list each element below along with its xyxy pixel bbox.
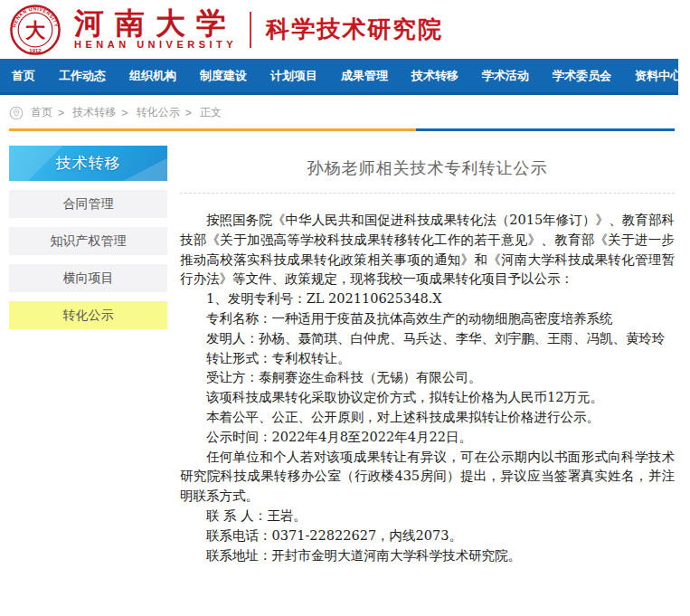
- sidebar-item[interactable]: 横向项目: [9, 264, 167, 292]
- article-paragraph: 本着公平、公正、公开原则，对上述科技成果拟转让价格进行公示。: [180, 408, 675, 428]
- nav-item[interactable]: 技术转移: [400, 59, 470, 92]
- nav-item[interactable]: 学术活动: [470, 59, 541, 92]
- svg-text:1912: 1912: [29, 47, 42, 52]
- breadcrumb-separator: >: [121, 107, 128, 119]
- university-name-cn: 河南大学: [74, 8, 237, 39]
- article-paragraph: 该项科技成果转化采取协议定价方式，拟转让价格为人民币12万元。: [180, 388, 675, 408]
- breadcrumb-item: 正文 >: [200, 105, 222, 120]
- article-paragraph: 任何单位和个人若对该项成果转让有异议，可在公示期内以书面形式向科学技术研究院科技…: [180, 448, 675, 507]
- article-paragraph: 联 系 人：王岩。: [180, 507, 675, 526]
- article-paragraph: 联系地址：开封市金明大道河南大学科学技术研究院。: [180, 546, 675, 566]
- sidebar-item-label: 合同管理: [63, 196, 114, 211]
- nav-item[interactable]: 资料中心: [623, 59, 690, 92]
- article-paragraph: 发明人：孙杨、聂简琪、白仲虎、马兵达、李华、刘宇鹏、王雨、冯凯、黄玲玲: [180, 329, 675, 349]
- article-title: 孙杨老师相关技术专利转让公示: [180, 157, 675, 179]
- breadcrumb: 首页 > 技术转移 > 转化公示 > 正文 >: [0, 95, 678, 128]
- site-header: HENAN UNIVERSITY 大 1912 河南大学 HENAN UNIVE…: [0, 0, 678, 59]
- article-paragraph: 受让方：泰舸赛迩生命科技（无锡）有限公司。: [180, 368, 675, 388]
- sidebar-item-label: 知识产权管理: [51, 233, 127, 248]
- breadcrumb-separator: >: [185, 107, 192, 119]
- article-paragraph: 1、发明专利号：ZL 202110625348.X: [180, 289, 675, 309]
- article-paragraph: 转让形式：专利权转让。: [180, 349, 675, 369]
- rule-orange-segment: [9, 128, 416, 131]
- header-divider: [250, 12, 251, 48]
- svg-text:大: 大: [25, 19, 46, 42]
- nav-item[interactable]: 计划项目: [259, 59, 329, 92]
- sidebar: 技术转移 合同管理 知识产权管理 横向项目: [9, 146, 167, 329]
- nav-item[interactable]: 制度建设: [188, 59, 259, 92]
- article: 孙杨老师相关技术专利转让公示 按照国务院《中华人民共和国促进科技成果转化法（20…: [180, 146, 675, 565]
- nav-item[interactable]: 成果管理: [329, 59, 400, 92]
- nav-item[interactable]: 工作动态: [47, 59, 118, 92]
- breadcrumb-separator: >: [58, 107, 64, 119]
- nav-item[interactable]: 学术委员会: [541, 59, 623, 92]
- article-paragraph: 专利名称：一种适用于疫苗及抗体高效生产的动物细胞高密度培养系统: [180, 309, 675, 329]
- sidebar-item-label: 转化公示: [63, 308, 114, 322]
- sidebar-menu: 合同管理 知识产权管理 横向项目 转化公示: [9, 190, 167, 329]
- department-title: 科学技术研究院: [266, 14, 443, 45]
- breadcrumb-link[interactable]: 技术转移: [72, 105, 116, 120]
- article-paragraph: 按照国务院《中华人民共和国促进科技成果转化法（2015年修订）》、教育部科技部《…: [180, 211, 675, 289]
- section-rule: [9, 128, 675, 131]
- breadcrumb-item: 技术转移 >: [72, 105, 133, 120]
- breadcrumb-trail: 首页 > 技术转移 > 转化公示 > 正文 >: [31, 105, 222, 120]
- content-layout: 技术转移 合同管理 知识产权管理 横向项目: [0, 146, 678, 565]
- main-nav: 首页 工作动态 组织机构 制度建设 计划项目 成果管理 技术转移 学术活动 学术…: [0, 59, 678, 95]
- university-name-en: HENAN UNIVERSITY: [74, 39, 237, 51]
- breadcrumb-link[interactable]: 正文: [200, 105, 222, 120]
- breadcrumb-item: 首页 >: [31, 105, 70, 120]
- sidebar-item[interactable]: 转化公示: [9, 301, 167, 329]
- sidebar-item[interactable]: 合同管理: [9, 190, 167, 218]
- sidebar-title-label: 技术转移: [56, 155, 121, 172]
- university-seal-icon: HENAN UNIVERSITY 大 1912: [9, 4, 61, 56]
- sidebar-title: 技术转移: [9, 146, 167, 181]
- location-pin-icon: [9, 106, 24, 120]
- breadcrumb-link[interactable]: 首页: [31, 105, 52, 120]
- breadcrumb-link[interactable]: 转化公示: [137, 105, 180, 120]
- page: HENAN UNIVERSITY 大 1912 河南大学 HENAN UNIVE…: [0, 0, 678, 565]
- article-paragraph: 联系电话：0371-22822627，内线2073。: [180, 526, 675, 546]
- breadcrumb-item: 转化公示 >: [137, 105, 197, 120]
- university-wordmark: 河南大学 HENAN UNIVERSITY: [74, 8, 237, 51]
- sidebar-item[interactable]: 知识产权管理: [9, 227, 167, 255]
- rule-blue-segment: [416, 128, 675, 131]
- sidebar-item-label: 横向项目: [63, 270, 114, 285]
- article-body: 按照国务院《中华人民共和国促进科技成果转化法（2015年修订）》、教育部科技部《…: [180, 211, 675, 565]
- nav-item[interactable]: 组织机构: [118, 59, 188, 92]
- nav-item[interactable]: 首页: [0, 59, 47, 92]
- title-divider: [180, 193, 675, 194]
- article-paragraph: 公示时间：2022年4月8至2022年4月22日。: [180, 428, 675, 448]
